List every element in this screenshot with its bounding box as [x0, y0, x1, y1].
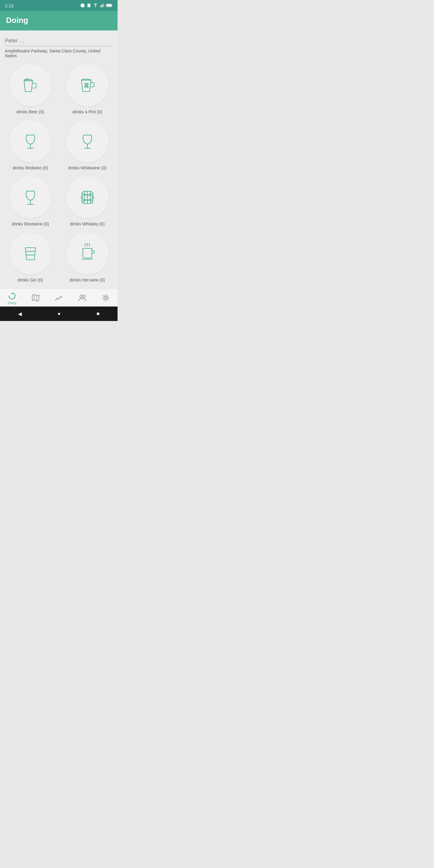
svg-point-36 [83, 295, 85, 298]
drinks-grid: drinks Beer (0) drinks a [5, 64, 113, 288]
app-title: Doing [6, 16, 28, 25]
nav-item-settings[interactable] [102, 294, 110, 303]
drink-label-whitewine: drinks Whitewine (0) [68, 165, 106, 170]
barrel-icon [77, 187, 98, 208]
drink-circle-rosewine [9, 176, 52, 218]
drink-label-pint: drinks a Pint (0) [72, 110, 102, 114]
status-time: 2:12 [5, 3, 13, 8]
beer-icon [20, 75, 41, 96]
stats-nav-icon [55, 294, 63, 302]
svg-point-37 [104, 297, 107, 299]
location-text: Amphitheatre Parkway, Santa Clara County… [5, 49, 113, 58]
nav-label-doing: Doing [8, 301, 17, 305]
pint-icon [77, 75, 98, 96]
drink-item-hotwine[interactable]: drinks Hot wine (0) [62, 232, 113, 282]
android-home-button[interactable]: ● [58, 311, 61, 316]
drink-circle-beer [9, 64, 52, 106]
svg-point-11 [87, 83, 88, 84]
sim-icon [87, 3, 91, 8]
svg-line-26 [84, 191, 85, 204]
status-bar: 2:12 [0, 0, 118, 11]
android-recents-button[interactable]: ■ [97, 311, 100, 316]
doing-nav-icon [8, 292, 16, 300]
wifi-icon [93, 3, 98, 7]
app-header: Doing [0, 11, 118, 30]
svg-rect-6 [103, 3, 104, 7]
drink-label-gin: drinks Gin (0) [18, 278, 43, 282]
svg-point-14 [86, 85, 87, 86]
svg-point-12 [85, 86, 86, 87]
svg-point-35 [80, 295, 82, 298]
drink-circle-pint [66, 64, 108, 106]
svg-point-10 [85, 83, 86, 84]
svg-line-27 [90, 191, 91, 204]
bottom-nav: Doing [0, 288, 118, 307]
svg-rect-4 [101, 5, 102, 7]
search-section: Amphitheatre Parkway, Santa Clara County… [5, 36, 113, 58]
nav-item-doing[interactable]: Doing [8, 292, 17, 305]
drink-item-rosewine[interactable]: drinks Rosewine (0) [5, 176, 56, 226]
settings-nav-icon [102, 294, 110, 302]
svg-rect-5 [102, 4, 103, 7]
drink-circle-hotwine [66, 232, 108, 275]
drink-label-rosewine: drinks Rosewine (0) [12, 221, 49, 226]
drink-label-redwine: drinks Redwine (0) [13, 165, 48, 170]
map-nav-icon [32, 294, 39, 302]
drink-label-beer: drinks Beer (0) [17, 110, 44, 114]
nav-item-friends[interactable] [78, 294, 87, 303]
status-icons [80, 3, 113, 8]
svg-marker-32 [32, 294, 39, 301]
svg-rect-8 [112, 5, 112, 6]
search-input[interactable] [5, 36, 113, 46]
battery-icon [106, 4, 113, 7]
drink-circle-redwine [9, 120, 52, 162]
drink-circle-whiskey [66, 176, 108, 218]
android-back-button[interactable]: ◀ [18, 311, 22, 317]
svg-point-0 [81, 3, 84, 7]
drink-item-gin[interactable]: drinks Gin (0) [5, 232, 56, 282]
svg-point-13 [87, 86, 88, 87]
svg-rect-1 [87, 4, 90, 7]
nav-item-stats[interactable] [55, 294, 63, 303]
tumbler-icon [20, 243, 41, 264]
drink-item-whiskey[interactable]: drinks Whiskey (0) [62, 176, 113, 226]
drink-circle-gin [9, 232, 52, 275]
redwine-icon [20, 131, 41, 152]
svg-rect-3 [100, 6, 101, 7]
drink-item-beer[interactable]: drinks Beer (0) [5, 64, 56, 114]
svg-rect-9 [107, 4, 111, 6]
drink-item-redwine[interactable]: drinks Redwine (0) [5, 120, 56, 170]
drink-item-whitewine[interactable]: drinks Whitewine (0) [62, 120, 113, 170]
drink-circle-whitewine [66, 120, 108, 162]
hotcup-icon [77, 243, 98, 264]
whitewine-icon [77, 131, 98, 152]
friends-nav-icon [78, 294, 87, 302]
rosewine-icon [20, 187, 41, 208]
main-content: Amphitheatre Parkway, Santa Clara County… [0, 30, 118, 288]
signal-icon [100, 3, 104, 7]
drink-item-pint[interactable]: drinks a Pint (0) [62, 64, 113, 114]
notification-icon [80, 3, 85, 8]
svg-point-2 [95, 7, 96, 7]
drink-label-hotwine: drinks Hot wine (0) [70, 278, 105, 282]
nav-item-map[interactable] [32, 294, 39, 303]
drink-label-whiskey: drinks Whiskey (0) [70, 221, 104, 226]
android-nav-bar: ◀ ● ■ [0, 307, 118, 321]
